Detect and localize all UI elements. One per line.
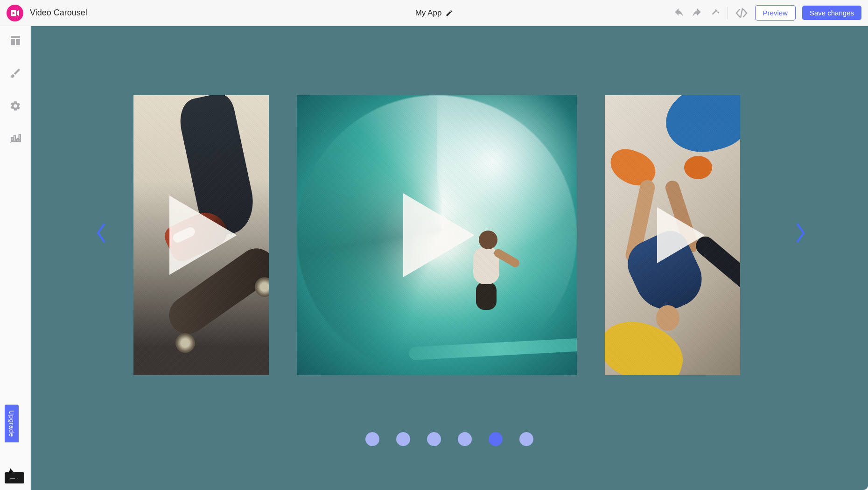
carousel-slide-next[interactable] <box>605 95 740 375</box>
carousel-dots <box>365 432 533 446</box>
carousel-slide-prev[interactable] <box>133 95 269 375</box>
carousel <box>31 95 868 375</box>
plugin-name: Video Carousel <box>30 8 87 18</box>
brand: Video Carousel <box>7 5 87 21</box>
header-actions: Preview Save changes <box>672 5 861 21</box>
carousel-dot-1[interactable] <box>365 432 379 446</box>
app-title: My App <box>415 8 442 18</box>
canvas <box>31 26 868 490</box>
carousel-next-button[interactable] <box>793 221 807 246</box>
layout-icon[interactable] <box>9 35 21 49</box>
app-title-wrap: My App <box>415 8 453 18</box>
redo-icon[interactable] <box>691 8 703 18</box>
preview-button[interactable]: Preview <box>755 5 796 21</box>
edit-title-icon[interactable] <box>445 9 453 17</box>
upgrade-button[interactable]: Upgrade <box>5 405 19 442</box>
play-icon[interactable] <box>395 189 479 282</box>
carousel-prev-button[interactable] <box>94 221 108 246</box>
left-sidebar: Upgrade — · <box>0 26 31 490</box>
divider <box>728 7 728 19</box>
brush-icon[interactable] <box>9 67 21 81</box>
hammer-icon[interactable] <box>710 8 721 18</box>
provider-logo[interactable]: — · <box>5 472 24 483</box>
carousel-dot-6[interactable] <box>519 432 533 446</box>
gear-icon[interactable] <box>9 100 21 114</box>
code-icon[interactable] <box>735 8 749 18</box>
carousel-dot-3[interactable] <box>427 432 441 446</box>
play-icon[interactable] <box>161 191 241 280</box>
play-icon[interactable] <box>651 191 707 280</box>
analytics-icon[interactable] <box>9 133 21 147</box>
top-bar: Video Carousel My App Preview Save chang… <box>0 0 868 26</box>
carousel-slide-active[interactable] <box>297 95 577 375</box>
plugin-icon <box>7 5 23 21</box>
svg-marker-1 <box>17 10 20 16</box>
undo-icon[interactable] <box>672 8 685 18</box>
carousel-dot-5[interactable] <box>489 432 503 446</box>
carousel-dot-4[interactable] <box>458 432 472 446</box>
carousel-dot-2[interactable] <box>396 432 410 446</box>
save-button[interactable]: Save changes <box>802 6 861 20</box>
